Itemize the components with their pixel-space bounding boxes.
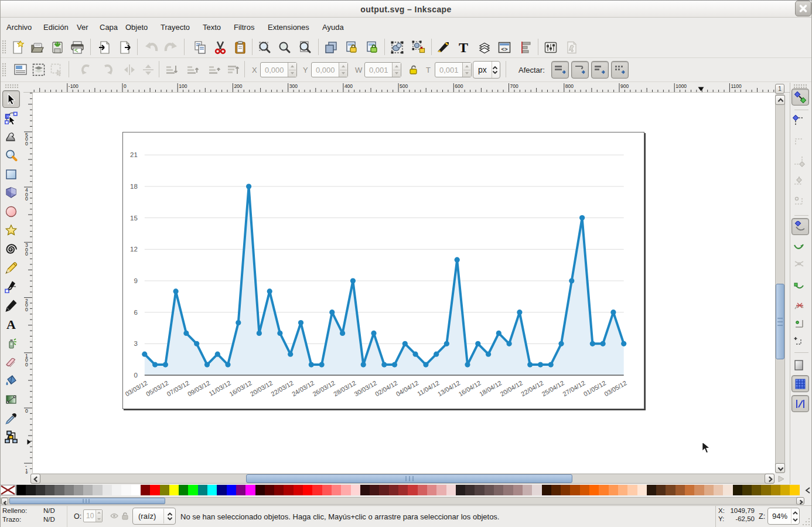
svg-text:A: A (6, 318, 16, 331)
svg-text:<>: <> (501, 46, 508, 52)
svg-text:600: 600 (455, 83, 463, 89)
svg-text:25/04/12: 25/04/12 (541, 379, 565, 397)
svg-text:21: 21 (130, 151, 138, 158)
svg-text:13/04/12: 13/04/12 (436, 379, 461, 397)
svg-text:28/03/12: 28/03/12 (332, 379, 357, 397)
svg-text:18: 18 (130, 183, 138, 190)
svg-text:26/03/12: 26/03/12 (311, 379, 336, 397)
svg-text:16/04/12: 16/04/12 (457, 379, 482, 397)
svg-text:03/03/12: 03/03/12 (124, 379, 148, 397)
svg-text:0: 0 (25, 251, 28, 257)
svg-text:100: 100 (179, 83, 187, 89)
svg-text:300: 300 (289, 83, 298, 89)
svg-text:400: 400 (344, 83, 353, 89)
svg-text:1000: 1000 (675, 83, 687, 89)
svg-text:01/05/12: 01/05/12 (582, 379, 607, 397)
svg-text:09/03/12: 09/03/12 (186, 379, 211, 397)
svg-text:20/04/12: 20/04/12 (499, 379, 523, 397)
svg-text:07/03/12: 07/03/12 (165, 379, 190, 397)
svg-text:9: 9 (134, 277, 137, 284)
svg-text:900: 900 (620, 83, 629, 89)
svg-text:12: 12 (130, 246, 138, 253)
svg-text:800: 800 (565, 83, 574, 89)
svg-text:02/04/12: 02/04/12 (374, 379, 398, 397)
svg-text:3: 3 (134, 340, 137, 347)
svg-text:15: 15 (130, 215, 138, 222)
svg-text:200: 200 (234, 83, 242, 89)
svg-text:20/03/12: 20/03/12 (249, 379, 274, 397)
svg-text:24/03/12: 24/03/12 (291, 379, 315, 397)
svg-text:05/03/12: 05/03/12 (145, 379, 169, 397)
svg-text:0: 0 (25, 141, 28, 147)
svg-text:22/04/12: 22/04/12 (520, 379, 544, 397)
svg-text:16/03/12: 16/03/12 (228, 379, 253, 397)
svg-text:30/03/12: 30/03/12 (353, 379, 378, 397)
svg-text:27/04/12: 27/04/12 (561, 379, 586, 397)
svg-text:700: 700 (510, 83, 518, 89)
svg-text:0: 0 (25, 196, 28, 202)
svg-text:11/03/12: 11/03/12 (207, 379, 232, 397)
svg-text:0: 0 (25, 307, 28, 312)
svg-text:04/04/12: 04/04/12 (395, 379, 419, 397)
svg-text:0: 0 (25, 472, 28, 474)
svg-text:T: T (459, 40, 468, 55)
svg-text:0: 0 (25, 362, 28, 368)
svg-text:0: 0 (124, 83, 127, 89)
svg-text:11/04/12: 11/04/12 (416, 379, 441, 397)
svg-text:500: 500 (400, 83, 408, 89)
svg-text:1100: 1100 (731, 83, 742, 89)
svg-text:0: 0 (134, 372, 137, 379)
svg-text:-100: -100 (69, 83, 79, 89)
svg-text:03/05/12: 03/05/12 (603, 379, 627, 397)
svg-text:22/03/12: 22/03/12 (269, 379, 294, 397)
svg-text:0: 0 (25, 408, 28, 414)
svg-text:6: 6 (134, 309, 137, 316)
svg-text:18/04/12: 18/04/12 (478, 379, 503, 397)
